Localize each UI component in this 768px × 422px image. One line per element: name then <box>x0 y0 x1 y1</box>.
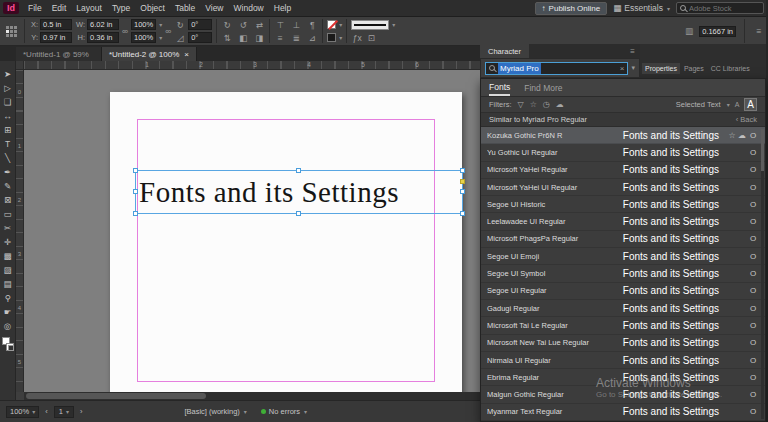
gradient-tool[interactable]: ▩ <box>0 249 15 263</box>
sample-size-small-button[interactable]: A <box>735 101 740 108</box>
scale-x-field[interactable]: 100% <box>131 19 156 30</box>
character-panel-tab[interactable]: Character <box>480 44 529 58</box>
drop-shadow-icon[interactable]: ⊡ <box>365 33 377 43</box>
font-list-item[interactable]: Segoe UI Historic Fonts and its Settings… <box>481 196 765 213</box>
page-number-dropdown[interactable]: 1 ▾ <box>54 406 74 418</box>
reference-point-widget[interactable] <box>6 26 17 37</box>
filter-funnel-icon[interactable]: ▽ <box>518 100 524 109</box>
direct-selection-tool[interactable]: ▷ <box>0 81 15 95</box>
frame-handle[interactable] <box>460 189 465 194</box>
close-icon[interactable]: × <box>184 50 189 59</box>
horizontal-scrollbar[interactable] <box>24 392 480 400</box>
selected-text-frame[interactable]: Fonts and its Settings <box>135 170 463 214</box>
dock-tab[interactable]: Properties <box>642 63 680 74</box>
fit-content-icon[interactable]: ⊤ <box>274 20 286 30</box>
preflight-status[interactable]: No errors ▾ <box>261 407 307 416</box>
frame-handle[interactable] <box>133 168 138 173</box>
stock-search-input[interactable] <box>689 4 759 13</box>
menu-item[interactable]: Help <box>269 3 296 13</box>
fill-swatch-none[interactable] <box>327 20 336 29</box>
preview-source-label[interactable]: Selected Text <box>676 100 721 109</box>
font-list-item[interactable]: Gadugi Regular Fonts and its Settings O <box>481 300 765 317</box>
paragraph-icon[interactable]: ¶ <box>306 20 318 30</box>
favorites-filter-icon[interactable]: ☆ <box>530 100 537 109</box>
shear-field[interactable]: 0° <box>188 32 212 43</box>
chevron-down-icon[interactable]: ▾ <box>392 21 395 28</box>
menu-item[interactable]: Table <box>170 3 200 13</box>
frame-handle[interactable] <box>460 211 465 216</box>
free-transform-tool[interactable]: ✛ <box>0 235 15 249</box>
workspace-switcher[interactable]: ▦ Essentials ▾ <box>613 3 670 13</box>
favorite-star-icon[interactable]: ☆ <box>727 131 737 140</box>
note-tool[interactable]: ▤ <box>0 277 15 291</box>
activate-cloud-icon[interactable]: ☁ <box>737 131 747 140</box>
menu-item[interactable]: Window <box>229 3 269 13</box>
menu-item[interactable]: Type <box>107 3 135 13</box>
chevron-down-icon[interactable]: ▾ <box>339 21 342 28</box>
zoom-level-dropdown[interactable]: 100% ▾ <box>6 406 39 418</box>
select-container-icon[interactable]: ◧ <box>237 33 249 43</box>
fill-stroke-swatches[interactable] <box>2 337 14 351</box>
chevron-down-icon[interactable]: ▾ <box>339 34 342 41</box>
font-list-item[interactable]: Microsoft New Tai Lue Regular Fonts and … <box>481 335 765 352</box>
rotate-ccw-icon[interactable]: ↺ <box>237 20 249 30</box>
hand-tool[interactable]: ☛ <box>0 305 15 319</box>
effects-icon[interactable]: ƒx <box>351 33 363 43</box>
y-field[interactable]: 0.97 in <box>40 32 72 43</box>
menu-item[interactable]: Object <box>135 3 170 13</box>
gutter-field[interactable]: 0.1667 in <box>699 26 736 37</box>
frame-handle[interactable] <box>460 168 465 173</box>
font-dropdown-arrow-icon[interactable]: ▾ <box>631 64 635 72</box>
constrain-proportions-icon[interactable]: ∞ <box>119 26 131 36</box>
font-list-item[interactable]: Microsoft Tai Le Regular Fonts and its S… <box>481 317 765 334</box>
x-field[interactable]: 0.5 in <box>40 19 72 30</box>
eyedropper-tool[interactable]: ⚲ <box>0 291 15 305</box>
dock-tab[interactable]: CC Libraries <box>708 63 753 74</box>
select-content-icon[interactable]: ◨ <box>253 33 265 43</box>
height-field[interactable]: 0.36 in <box>87 32 119 43</box>
font-list-scrollbar[interactable] <box>761 129 764 419</box>
chevron-down-icon[interactable]: ▾ <box>727 101 730 108</box>
selection-tool[interactable]: ➤ <box>0 67 15 81</box>
font-list-item[interactable]: Yu Gothic UI Regular Fonts and its Setti… <box>481 144 765 161</box>
fit-frame-icon[interactable]: ⊥ <box>290 20 302 30</box>
document-tab[interactable]: *Untitled-1 @ 59% <box>16 47 102 61</box>
page[interactable] <box>110 92 462 392</box>
font-list-item[interactable]: Leelawadee UI Regular Fonts and its Sett… <box>481 213 765 230</box>
rectangle-tool[interactable]: ▭ <box>0 207 15 221</box>
panel-menu-icon[interactable]: ≡ <box>753 26 765 36</box>
font-list-item[interactable]: Malgun Gothic Regular Fonts and its Sett… <box>481 386 765 403</box>
frame-handle[interactable] <box>296 168 301 173</box>
font-menu-tab[interactable]: Fonts <box>489 79 510 96</box>
font-list-item[interactable]: Nirmala UI Regular Fonts and its Setting… <box>481 352 765 369</box>
menu-item[interactable]: View <box>200 3 228 13</box>
content-collector-tool[interactable]: ⊞ <box>0 123 15 137</box>
pen-tool[interactable]: ✒ <box>0 165 15 179</box>
flip-horizontal-icon[interactable]: ⇄ <box>253 20 265 30</box>
recent-filter-icon[interactable]: ◷ <box>543 100 550 109</box>
clear-search-icon[interactable]: × <box>620 64 625 73</box>
pencil-tool[interactable]: ✎ <box>0 179 15 193</box>
gradient-feather-tool[interactable]: ▨ <box>0 263 15 277</box>
stroke-swatch[interactable] <box>327 33 336 42</box>
rectangle-frame-tool[interactable]: ⊠ <box>0 193 15 207</box>
scrollbar-thumb[interactable] <box>761 129 764 171</box>
menu-item[interactable]: File <box>23 3 47 13</box>
font-list-item[interactable]: Kozuka Gothic Pr6N R Fonts and its Setti… <box>481 127 765 144</box>
menu-item[interactable]: Layout <box>71 3 107 13</box>
frame-handle[interactable] <box>133 211 138 216</box>
line-tool[interactable]: ╲ <box>0 151 15 165</box>
scissors-tool[interactable]: ✂ <box>0 221 15 235</box>
document-tab[interactable]: *Untitled-2 @ 100% × <box>102 47 197 61</box>
align-center-icon[interactable]: ≣ <box>290 33 302 43</box>
font-list-item[interactable]: Microsoft YaHei Regular Fonts and its Se… <box>481 162 765 179</box>
scale-y-field[interactable]: 100% <box>131 32 156 43</box>
flip-vertical-icon[interactable]: ⇅ <box>221 33 233 43</box>
panel-menu-icon[interactable]: ≡ <box>625 47 640 56</box>
frame-handle[interactable] <box>296 211 301 216</box>
font-menu-tab[interactable]: Find More <box>524 79 562 96</box>
font-list-item[interactable]: Segoe UI Symbol Fonts and its Settings O <box>481 265 765 282</box>
rotation-field[interactable]: 0° <box>188 19 212 30</box>
pasteboard[interactable]: Fonts and its Settings <box>24 70 480 392</box>
zoom-tool[interactable]: ◎ <box>0 319 15 333</box>
